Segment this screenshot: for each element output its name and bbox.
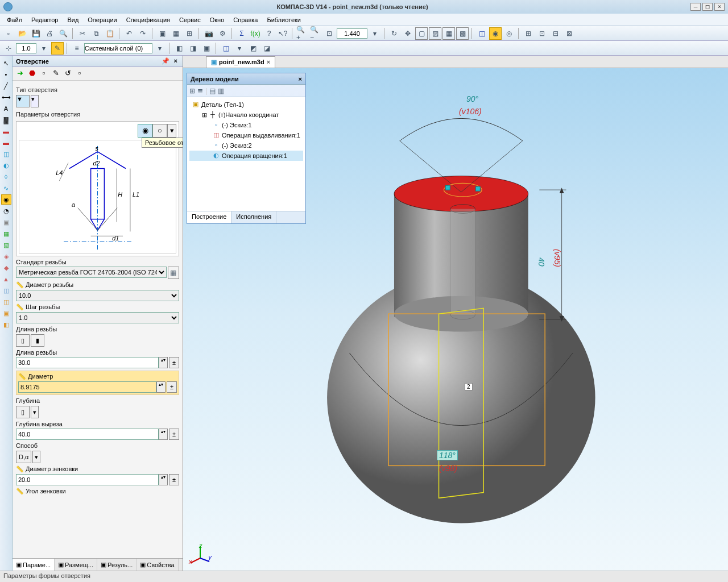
tab-props[interactable]: ▣Свойства bbox=[136, 559, 178, 571]
close-button[interactable]: × bbox=[714, 3, 725, 11]
zoom-out-icon[interactable]: 🔍− bbox=[309, 27, 322, 40]
tree-extrude[interactable]: ◫Операция выдавливания:1 bbox=[189, 130, 303, 140]
preview-icon[interactable]: 🔍 bbox=[57, 27, 69, 40]
auto-icon[interactable]: ✎ bbox=[51, 69, 61, 79]
tab-params[interactable]: ▣Параме... bbox=[13, 559, 55, 571]
lt-hatch-icon[interactable]: ▓ bbox=[1, 115, 11, 125]
minimize-button[interactable]: — bbox=[690, 3, 701, 11]
rotate-icon[interactable]: ↻ bbox=[388, 27, 400, 40]
panel-pin-icon[interactable]: 📌 bbox=[160, 57, 171, 65]
thread-std-combo[interactable]: Метрическая резьба ГОСТ 24705-2004 (ISO … bbox=[16, 267, 167, 278]
menu-libraries[interactable]: Библиотеки bbox=[262, 15, 305, 25]
lt-shell-icon[interactable]: ▣ bbox=[1, 217, 11, 227]
snap-icon[interactable]: ⊹ bbox=[2, 42, 15, 55]
plain-hole-button[interactable]: ○ bbox=[152, 124, 167, 138]
csink-d-input[interactable] bbox=[16, 474, 159, 485]
l2-icon[interactable]: ◨ bbox=[187, 42, 199, 55]
depth-spin[interactable]: ▴▾ bbox=[159, 429, 168, 440]
hole-variant-dd[interactable]: ▾ bbox=[167, 124, 176, 138]
cursor-icon[interactable]: ↖? bbox=[276, 27, 289, 40]
len-plus[interactable]: ± bbox=[169, 357, 179, 368]
shade-icon[interactable]: ▦ bbox=[442, 27, 455, 40]
lt-line-icon[interactable]: ╱ bbox=[1, 81, 11, 91]
lt-fillet-icon[interactable]: ◔ bbox=[1, 206, 11, 216]
tab-placement[interactable]: ▣Размещ... bbox=[55, 559, 97, 571]
lt-s3-icon[interactable]: ▣ bbox=[1, 308, 11, 318]
depth-cut-input[interactable] bbox=[16, 429, 159, 440]
cut-icon[interactable]: ✂ bbox=[76, 27, 89, 40]
redo-icon[interactable]: ↷ bbox=[136, 27, 149, 40]
csink-d-spin[interactable]: ▴▾ bbox=[159, 474, 168, 485]
tree-revolve[interactable]: ◐Операция вращения:1 bbox=[189, 151, 303, 161]
tree-tab-build[interactable]: Построение bbox=[187, 211, 231, 223]
style-icon[interactable]: ≡ bbox=[71, 42, 83, 55]
save-icon[interactable]: 💾 bbox=[30, 27, 42, 40]
len-spin[interactable]: ▴▾ bbox=[159, 357, 168, 368]
thread-hole-button[interactable]: ◉ bbox=[138, 124, 152, 138]
zoom-win-icon[interactable]: ⊡ bbox=[323, 27, 336, 40]
tool-c-icon[interactable]: ⊞ bbox=[183, 27, 196, 40]
menu-help[interactable]: Справка bbox=[229, 15, 262, 25]
open-icon[interactable]: 📂 bbox=[16, 27, 28, 40]
paste-icon[interactable]: 📋 bbox=[104, 27, 116, 40]
maximize-button[interactable]: □ bbox=[702, 3, 713, 11]
esc-icon[interactable]: ▫ bbox=[39, 69, 49, 79]
lt-text-icon[interactable]: A bbox=[1, 103, 11, 114]
tree-root[interactable]: ▣Деталь (Тел-1) bbox=[189, 99, 303, 110]
hole-type-dd[interactable]: ▾ bbox=[31, 95, 39, 107]
undo-icon[interactable]: ↶ bbox=[123, 27, 135, 40]
menu-editor[interactable]: Редактор bbox=[27, 15, 63, 25]
style-input[interactable] bbox=[84, 43, 152, 53]
panel-close-icon[interactable]: × bbox=[172, 57, 179, 65]
lt-mir-icon[interactable]: ▧ bbox=[1, 240, 11, 250]
hidden-icon[interactable]: ▨ bbox=[429, 27, 441, 40]
misc3-icon[interactable]: ⊠ bbox=[563, 27, 576, 40]
wire-icon[interactable]: ▢ bbox=[415, 27, 428, 40]
layer-num[interactable] bbox=[16, 43, 36, 53]
tree-t1-icon[interactable]: ⊞ bbox=[189, 87, 195, 95]
diam-spin[interactable]: ▴▾ bbox=[156, 381, 166, 393]
depth-mode-dd[interactable]: ▾ bbox=[31, 406, 39, 418]
var-icon[interactable]: Σ bbox=[235, 27, 248, 40]
lt-b2-icon[interactable]: ◆ bbox=[1, 263, 11, 273]
menu-service[interactable]: Сервис bbox=[175, 15, 205, 25]
help2-icon[interactable]: ▫ bbox=[75, 69, 85, 79]
tab-result[interactable]: ▣Резуль... bbox=[97, 559, 136, 571]
zoom-in-icon[interactable]: 🔍+ bbox=[296, 27, 308, 40]
reset-icon[interactable]: ↺ bbox=[63, 69, 73, 79]
len-input[interactable] bbox=[16, 357, 159, 368]
render-icon[interactable]: ◉ bbox=[489, 27, 502, 40]
layer-dd[interactable]: ▾ bbox=[38, 42, 50, 55]
lt-loft-icon[interactable]: ◊ bbox=[1, 172, 11, 182]
tool-a-icon[interactable]: ▣ bbox=[156, 27, 168, 40]
lt-rev-icon[interactable]: ◐ bbox=[1, 160, 11, 171]
len-mode1[interactable]: ▯ bbox=[16, 334, 30, 347]
tree-origin[interactable]: ⊞┼(т)Начало координат bbox=[189, 110, 303, 120]
lt-ext-icon[interactable]: ◫ bbox=[1, 149, 11, 159]
fx-icon[interactable]: f(x) bbox=[249, 27, 262, 40]
menu-operations[interactable]: Операции bbox=[83, 15, 121, 25]
lt-arrow-icon[interactable]: ↖ bbox=[1, 58, 11, 68]
doc-close-icon[interactable]: × bbox=[267, 59, 270, 65]
misc-icon[interactable]: ⊡ bbox=[536, 27, 548, 40]
menu-spec[interactable]: Спецификация bbox=[122, 15, 175, 25]
props-icon[interactable]: ⚙ bbox=[216, 27, 229, 40]
apply-icon[interactable]: ➜ bbox=[15, 69, 25, 79]
pitch-combo[interactable]: 1.0 bbox=[16, 312, 179, 323]
cube3-icon[interactable]: ◩ bbox=[247, 42, 259, 55]
render2-icon[interactable]: ◎ bbox=[503, 27, 515, 40]
copy-icon[interactable]: ⧉ bbox=[90, 27, 102, 40]
lt-red-icon[interactable]: ▬ bbox=[1, 126, 11, 136]
csink-d-plus[interactable]: ± bbox=[169, 474, 179, 485]
pan-icon[interactable]: ✥ bbox=[402, 27, 414, 40]
menu-view[interactable]: Вид bbox=[63, 15, 83, 25]
tree-close-icon[interactable]: × bbox=[299, 76, 302, 82]
lt-s4-icon[interactable]: ◧ bbox=[1, 319, 11, 330]
layer-btn[interactable]: ✎ bbox=[51, 42, 64, 55]
thread-std-btn[interactable]: ▦ bbox=[168, 267, 179, 279]
lt-b3-icon[interactable]: ▲ bbox=[1, 274, 11, 284]
lt-s2-icon[interactable]: ◫ bbox=[1, 297, 11, 307]
shade2-icon[interactable]: ▩ bbox=[456, 27, 469, 40]
cube4-icon[interactable]: ◪ bbox=[260, 42, 273, 55]
cube1-icon[interactable]: ◫ bbox=[220, 42, 232, 55]
